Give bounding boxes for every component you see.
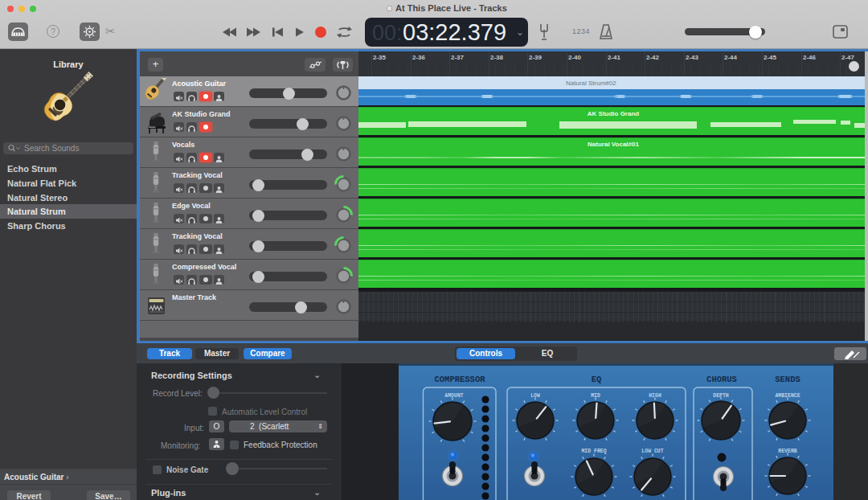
svg-text:LOW CUT: LOW CUT [641,449,663,454]
svg-text:SENDS: SENDS [775,375,800,384]
svg-text:MID FREQ: MID FREQ [581,449,606,454]
svg-text:AMOUNT: AMOUNT [444,393,464,399]
svg-text:CHORUS: CHORUS [706,375,737,384]
svg-text:COMPRESSOR: COMPRESSOR [434,375,485,384]
svg-text:EQ: EQ [592,375,602,384]
